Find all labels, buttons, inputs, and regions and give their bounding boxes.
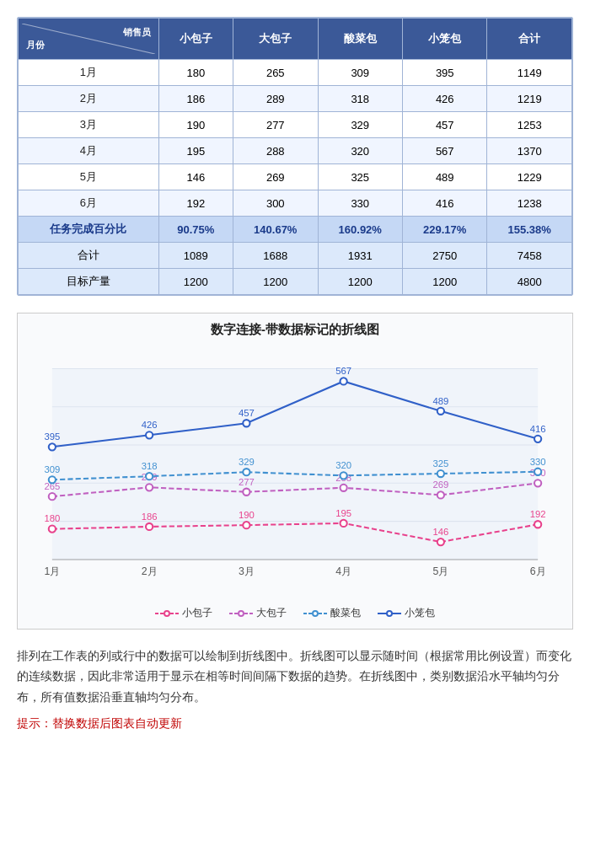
- task-value: 140.67%: [233, 217, 318, 243]
- svg-text:195: 195: [335, 508, 351, 518]
- total-value: 1089: [158, 243, 233, 269]
- month-cell: 4月: [19, 138, 159, 164]
- data-cell: 426: [402, 86, 486, 112]
- target-label: 目标产量: [19, 269, 159, 295]
- target-value: 4800: [487, 269, 572, 295]
- data-cell: 1219: [487, 86, 572, 112]
- tip-text: 提示：替换数据后图表自动更新: [17, 716, 573, 731]
- data-cell: 192: [158, 190, 233, 217]
- data-cell: 320: [318, 138, 402, 164]
- data-cell: 289: [233, 86, 318, 112]
- total-value: 1688: [233, 243, 318, 269]
- data-table: 销售员 月份 小包子 大包子 酸菜包 小笼包 合计 1月180265309395…: [17, 17, 573, 296]
- svg-point-31: [243, 489, 249, 496]
- table-corner-header: 销售员 月份: [19, 19, 159, 60]
- col-header-4: 合计: [487, 19, 572, 60]
- col-header-1: 大包子: [233, 19, 318, 60]
- target-value: 1200: [158, 269, 233, 295]
- svg-point-66: [239, 611, 244, 616]
- legend-label: 小包子: [182, 606, 212, 620]
- svg-point-29: [146, 484, 153, 490]
- data-cell: 265: [233, 60, 318, 86]
- data-cell: 457: [402, 112, 486, 138]
- corner-label-bottom: 月份: [26, 39, 45, 51]
- svg-rect-1: [52, 369, 538, 560]
- table-row: 6月1923003304161238: [19, 190, 572, 217]
- chart-title: 数字连接-带数据标记的折线图: [26, 322, 564, 338]
- table-row: 3月1902773294571253: [19, 112, 572, 138]
- corner-label-top: 销售员: [123, 26, 151, 39]
- legend-label: 酸菜包: [330, 606, 361, 620]
- data-cell: 277: [233, 112, 318, 138]
- line-chart: 数字连接-带数据标记的折线图 1月2月3月4月5月6月1801861901951…: [17, 313, 573, 630]
- task-label: 任务完成百分比: [19, 217, 159, 243]
- svg-point-43: [243, 469, 249, 475]
- svg-text:2月: 2月: [142, 565, 158, 577]
- svg-point-39: [49, 476, 56, 483]
- data-cell: 1149: [487, 60, 572, 86]
- svg-text:180: 180: [44, 513, 60, 523]
- task-completion-row: 任务完成百分比90.75%140.67%160.92%229.17%155.38…: [19, 217, 572, 243]
- data-cell: 195: [158, 138, 233, 164]
- data-cell: 186: [158, 86, 233, 112]
- task-value: 155.38%: [487, 217, 572, 243]
- month-cell: 6月: [19, 190, 159, 217]
- month-cell: 2月: [19, 86, 159, 112]
- total-row: 合计10891688193127507458: [19, 243, 572, 269]
- svg-text:146: 146: [432, 527, 448, 537]
- svg-point-49: [534, 469, 541, 475]
- data-cell: 1253: [487, 112, 572, 138]
- svg-point-51: [49, 443, 56, 450]
- svg-text:269: 269: [432, 480, 448, 490]
- target-value: 1200: [318, 269, 402, 295]
- svg-point-19: [243, 522, 249, 528]
- col-header-2: 酸菜包: [318, 19, 402, 60]
- svg-point-37: [534, 480, 541, 486]
- target-value: 1200: [233, 269, 318, 295]
- chart-svg: 1月2月3月4月5月6月1801861901951461922652892772…: [26, 346, 564, 599]
- col-header-0: 小包子: [158, 19, 233, 60]
- task-value: 229.17%: [402, 217, 486, 243]
- svg-point-15: [49, 526, 56, 533]
- month-cell: 1月: [19, 60, 159, 86]
- svg-point-23: [437, 538, 444, 545]
- chart-area: 1月2月3月4月5月6月1801861901951461922652892772…: [26, 346, 564, 599]
- total-value: 2750: [402, 243, 486, 269]
- total-value: 1931: [318, 243, 402, 269]
- svg-text:416: 416: [530, 424, 546, 434]
- svg-text:6月: 6月: [530, 565, 546, 577]
- data-cell: 190: [158, 112, 233, 138]
- legend-item: 小包子: [155, 606, 212, 620]
- data-cell: 395: [402, 60, 486, 86]
- table-row: 4月1952883205671370: [19, 138, 572, 164]
- svg-text:1月: 1月: [44, 565, 60, 577]
- svg-text:309: 309: [44, 464, 60, 474]
- data-cell: 567: [402, 138, 486, 164]
- svg-point-47: [437, 470, 444, 477]
- svg-text:329: 329: [239, 457, 255, 467]
- svg-point-35: [437, 491, 444, 498]
- svg-point-27: [49, 493, 56, 500]
- svg-point-45: [341, 472, 347, 479]
- task-value: 160.92%: [318, 217, 402, 243]
- svg-text:325: 325: [432, 458, 448, 469]
- svg-point-64: [164, 611, 169, 616]
- chart-legend: 小包子大包子酸菜包小笼包: [26, 606, 564, 620]
- data-cell: 325: [318, 164, 402, 190]
- col-header-3: 小笼包: [402, 19, 486, 60]
- data-cell: 329: [318, 112, 402, 138]
- legend-item: 小笼包: [378, 606, 435, 620]
- svg-text:330: 330: [530, 457, 546, 467]
- svg-text:320: 320: [335, 460, 351, 470]
- svg-point-59: [437, 408, 444, 415]
- data-cell: 288: [233, 138, 318, 164]
- svg-point-21: [341, 520, 347, 527]
- svg-point-61: [534, 436, 541, 442]
- legend-label: 大包子: [256, 606, 287, 620]
- data-cell: 300: [233, 190, 318, 217]
- svg-point-33: [341, 485, 347, 491]
- month-cell: 3月: [19, 112, 159, 138]
- svg-point-25: [534, 521, 541, 528]
- svg-point-41: [146, 473, 153, 480]
- task-value: 90.75%: [158, 217, 233, 243]
